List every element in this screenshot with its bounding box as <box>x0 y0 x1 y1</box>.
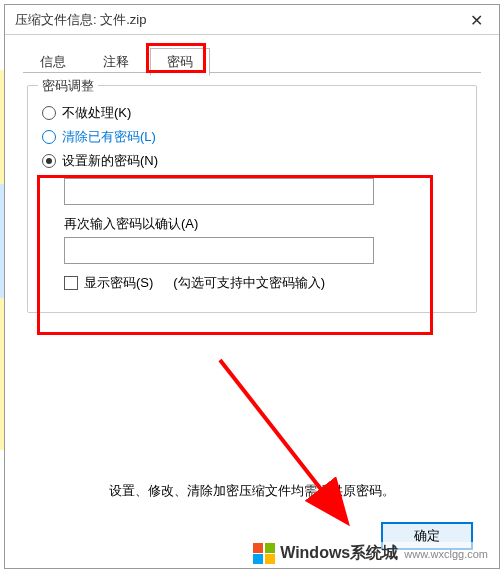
titlebar: 压缩文件信息: 文件.zip ✕ <box>5 5 499 35</box>
show-password-row[interactable]: 显示密码(S) (勾选可支持中文密码输入) <box>64 274 462 292</box>
password-inputs: 再次输入密码以确认(A) 显示密码(S) (勾选可支持中文密码输入) <box>64 178 462 292</box>
confirm-label: 再次输入密码以确认(A) <box>64 215 462 233</box>
windows-logo-icon <box>252 542 276 565</box>
watermark-link: www.wxclgg.com <box>404 548 488 560</box>
bottom-hint: 设置、修改、清除加密压缩文件均需提供原密码。 <box>5 482 499 500</box>
radio-set-label: 设置新的密码(N) <box>62 152 158 170</box>
dialog-window: 压缩文件信息: 文件.zip ✕ 信息 注释 密码 密码调整 不做处理(K) 清… <box>4 4 500 569</box>
tab-comment[interactable]: 注释 <box>86 48 146 76</box>
radio-none[interactable]: 不做处理(K) <box>42 104 462 122</box>
fieldset-legend: 密码调整 <box>38 77 98 95</box>
cn-hint: (勾选可支持中文密码输入) <box>173 274 325 292</box>
radio-set[interactable]: 设置新的密码(N) <box>42 152 462 170</box>
watermark-text: Windows系统城 <box>280 543 398 564</box>
password-fieldset: 密码调整 不做处理(K) 清除已有密码(L) 设置新的密码(N) 再次输入密码以… <box>27 85 477 313</box>
content-area: 密码调整 不做处理(K) 清除已有密码(L) 设置新的密码(N) 再次输入密码以… <box>27 85 477 313</box>
window-title: 压缩文件信息: 文件.zip <box>15 11 146 29</box>
radio-clear[interactable]: 清除已有密码(L) <box>42 128 462 146</box>
close-button[interactable]: ✕ <box>454 5 499 35</box>
tab-info[interactable]: 信息 <box>23 48 83 76</box>
checkbox-icon <box>64 276 78 290</box>
confirm-password-input[interactable] <box>64 237 374 264</box>
radio-icon <box>42 130 56 144</box>
radio-icon-checked <box>42 154 56 168</box>
radio-none-label: 不做处理(K) <box>62 104 131 122</box>
radio-icon <box>42 106 56 120</box>
radio-clear-label: 清除已有密码(L) <box>62 128 156 146</box>
show-password-label: 显示密码(S) <box>84 274 153 292</box>
watermark: Windows系统城 www.wxclgg.com <box>252 542 488 565</box>
tab-password[interactable]: 密码 <box>150 48 210 76</box>
new-password-input[interactable] <box>64 178 374 205</box>
close-icon: ✕ <box>470 11 483 30</box>
tabs: 信息 注释 密码 <box>23 47 481 73</box>
